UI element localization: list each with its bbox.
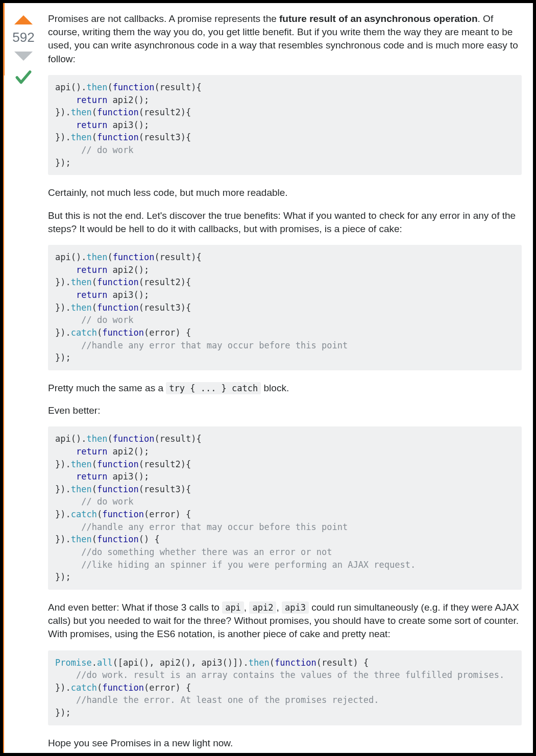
inline-code: api2 — [249, 601, 276, 614]
paragraph: And even better: What if those 3 calls t… — [48, 601, 522, 641]
code-block-1[interactable]: api().then(function(result){ return api2… — [48, 75, 522, 175]
text: , — [244, 602, 250, 613]
inline-code: api — [222, 601, 244, 614]
text: And even better: What if those 3 calls t… — [48, 602, 222, 613]
vote-column: 592 — [8, 12, 39, 753]
paragraph: Even better: — [48, 404, 522, 417]
text: Promises are not callbacks. A promise re… — [48, 13, 279, 24]
code-block-3[interactable]: api().then(function(result){ return api2… — [48, 426, 522, 590]
intro-paragraph: Promises are not callbacks. A promise re… — [48, 12, 522, 66]
downvote-icon[interactable] — [14, 52, 33, 61]
inline-code: try { ... } catch — [166, 382, 261, 394]
text: block. — [261, 383, 289, 393]
upvote-icon[interactable] — [14, 15, 33, 24]
paragraph: Certainly, not much less code, but much … — [48, 186, 522, 199]
text: Pretty much the same as a — [48, 383, 166, 393]
accent-bar — [3, 3, 5, 75]
inline-code: api3 — [282, 601, 309, 614]
text: , — [276, 602, 282, 613]
answer-body: Promises are not callbacks. A promise re… — [39, 12, 522, 753]
bold-text: future result of an asynchronous operati… — [279, 13, 478, 24]
code-block-2[interactable]: api().then(function(result){ return api2… — [48, 245, 522, 370]
code-block-4[interactable]: Promise.all([api(), api2(), api3()]).the… — [48, 650, 522, 725]
vote-count: 592 — [12, 30, 34, 45]
paragraph: Pretty much the same as a try { ... } ca… — [48, 382, 522, 395]
accepted-check-icon — [14, 68, 33, 90]
paragraph: But this is not the end. Let's discover … — [48, 209, 522, 236]
paragraph: Hope you see Promises in a new light now… — [48, 737, 522, 750]
